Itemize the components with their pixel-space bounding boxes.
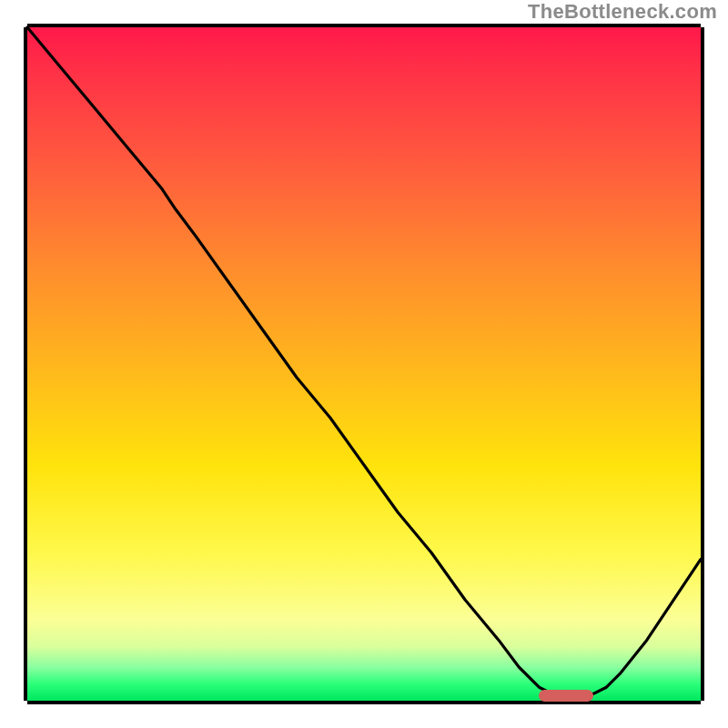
axis-border-right — [701, 27, 704, 701]
bottleneck-curve — [27, 27, 701, 694]
chart-container: TheBottleneck.com — [0, 0, 728, 728]
axis-border-bottom — [27, 701, 701, 704]
bottleneck-curve-svg — [27, 27, 701, 701]
optimal-range-marker — [539, 690, 592, 702]
watermark-text: TheBottleneck.com — [528, 0, 717, 24]
